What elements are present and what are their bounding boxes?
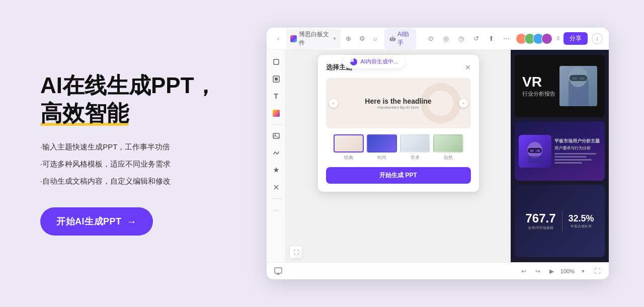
image-tool[interactable] [269,129,283,143]
cta-label: 开始AI生成PPT [56,215,122,227]
slide-next-button[interactable]: › [459,99,468,108]
hero-left: AI在线生成PPT， 高效智能 ·输入主题快速生成PPT，工作事半功倍 ·可选多… [0,71,242,236]
vr-card-1: VR 行业分析报告 [515,55,605,117]
theme-classic-thumb [334,134,364,152]
fullscreen-button[interactable]: ⛶ [592,266,603,277]
bullet-item-1: ·输入主题快速生成PPT，工作事半功倍 [40,141,242,153]
vr-card-2-text: 平板市场用户分析主题 用户需求与行为分析 [554,138,601,164]
star-tool[interactable] [269,163,283,177]
refresh-tool[interactable]: ↺ [470,33,481,44]
svg-rect-17 [528,156,543,164]
vr-card-2-svg [519,135,551,168]
comment-tool[interactable]: ◎ [440,33,451,44]
toolbar-divider-2 [270,198,282,199]
svg-rect-15 [536,149,540,152]
frame-tool[interactable] [269,72,283,86]
timer-tool[interactable]: ◷ [455,33,466,44]
ai-button[interactable]: 🤖 AI助手 [384,28,417,49]
stat-divider [562,211,562,231]
theme-trend-thumb [367,134,397,152]
cta-button[interactable]: 开始AI生成PPT → [40,207,153,236]
bullet-list: ·输入主题快速生成PPT，工作事半功倍 ·可选多种风格模板，适应不同业务需求 ·… [40,141,242,187]
link-tool[interactable]: ⊕ [344,33,353,44]
main-content: T ··· [267,50,609,262]
select-tool[interactable] [269,55,283,69]
theme-nature-thumb [433,134,463,152]
ai-status-text: AI内容生成中... [360,58,398,65]
theme-nature[interactable]: 自然 [433,134,463,161]
line-4 [554,162,582,164]
bullet-item-2: ·可选多种风格模板，适应不同业务需求 [40,158,242,170]
stat1-number: 767.7 [525,211,555,225]
line-3 [554,159,592,161]
slides-icon [274,267,282,275]
svg-rect-18 [275,268,282,273]
back-icon: ‹ [277,35,279,42]
undo-button[interactable]: ↩ [518,266,529,277]
vr-card-3: 767.7 全球VR市场规模 32.5% 年复合增长率 [515,185,605,257]
topbar: ‹ 博思白板文件 ▼ ⊕ ⚙ ⌕ 🤖 AI助手 [267,28,609,50]
stat-item-1: 767.7 全球VR市场规模 [525,211,555,231]
redo-button[interactable]: ↪ [532,266,543,277]
svg-rect-10 [580,77,585,80]
vr-card-2-title: 平板市场用户分析主题 用户需求与行为分析 [554,138,601,151]
vr-person-image [559,66,597,106]
cta-arrow: → [127,216,137,227]
settings-tool[interactable]: ⚙ [357,33,367,44]
theme-academic[interactable]: 学术 [400,134,430,161]
bullet-item-3: ·自动生成文稿内容，自定义编辑和修改 [40,175,242,187]
upload-tool[interactable]: ⬆ [486,33,497,44]
search-tool[interactable]: ⌕ [371,33,380,44]
slide-subline: Handwritten By AI here [378,105,419,110]
vr-title: VR [522,74,555,90]
theme-trend-label: 时尚 [377,155,386,161]
svg-rect-16 [535,149,536,152]
slide-preview: ‹ Here is the headline Handwritten By AI… [326,78,471,128]
slide-prev-button[interactable]: ‹ [329,99,338,108]
text-tool[interactable]: T [269,89,283,103]
history-tool[interactable]: ⊙ [425,33,436,44]
back-button[interactable]: ‹ [273,33,283,45]
vr-card-1-content: VR 行业分析报告 [522,66,597,106]
theme-classic[interactable]: 经典 [334,134,364,161]
stat2-number: 32.5% [569,213,594,224]
color-tool[interactable] [269,106,283,120]
ai-icon: 🤖 [389,36,395,41]
more-tool[interactable]: ⋯ [501,33,512,44]
topbar-left: ‹ 博思白板文件 ▼ ⊕ ⚙ ⌕ 🤖 AI助手 [273,28,416,49]
vr-card-2-image [519,135,551,168]
modal-close-button[interactable]: ✕ [465,63,471,71]
svg-rect-2 [275,78,278,81]
close-tool[interactable] [269,180,283,194]
bottom-left [273,266,284,277]
info-button[interactable]: i [592,33,603,44]
zoom-level: 100% [560,268,575,274]
svg-rect-11 [578,76,579,81]
stat1-label: 全球VR市场规模 [525,225,555,231]
slide-headline: Here is the headline [365,97,431,105]
theme-academic-label: 学术 [411,155,420,161]
slide-view-button[interactable] [273,266,284,277]
share-button[interactable]: 分享 [564,32,588,45]
stat-item-2: 32.5% 年复合增长率 [569,213,594,229]
app-window: ‹ 博思白板文件 ▼ ⊕ ⚙ ⌕ 🤖 AI助手 [267,28,609,279]
breadcrumb-label: 博思白板文件 [299,30,331,47]
stat2-label: 年复合增长率 [569,224,594,229]
play-button[interactable]: ▶ [546,266,557,277]
share-label: 分享 [570,35,582,42]
theme-modal: 选择主题 ✕ ‹ Here is the headline Handwritte… [318,55,479,192]
theme-nature-label: 自然 [444,155,453,161]
main-headline: AI在线生成PPT， 高效智能 [40,71,242,127]
zoom-dropdown[interactable]: ▼ [578,266,589,277]
theme-trend[interactable]: 时尚 [367,134,397,161]
curve-tool[interactable] [269,146,283,160]
svg-rect-0 [274,59,279,64]
avatar-group [516,33,552,44]
expand-icon: ⛶ [293,249,299,255]
breadcrumb[interactable]: 博思白板文件 ▼ [286,29,341,49]
canvas-expand-button[interactable]: ⛶ [290,246,302,258]
info-icon: i [597,36,598,42]
more-tools[interactable]: ··· [269,203,283,217]
generate-ppt-button[interactable]: 开始生成 PPT [326,167,471,184]
headline-line1: AI在线生成PPT， [40,73,216,98]
